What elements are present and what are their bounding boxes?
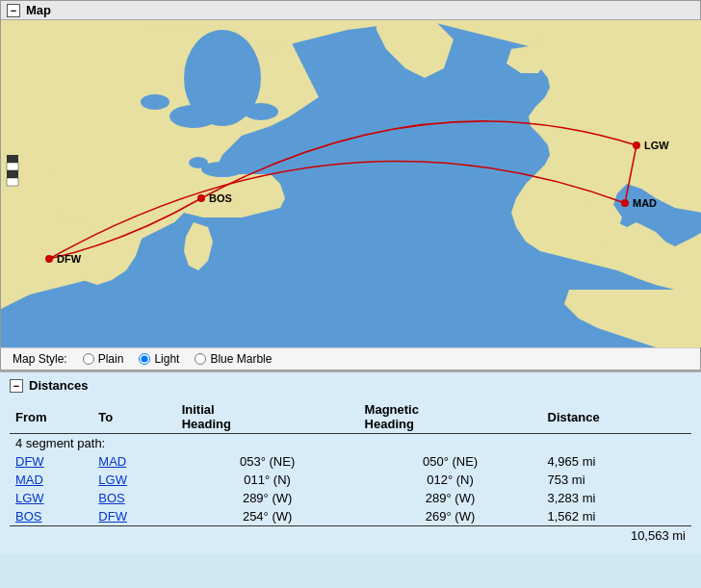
cell-mag-heading: 289° (W) bbox=[359, 489, 542, 507]
cell-to: DFW bbox=[92, 507, 175, 526]
map-style-bar: Map Style: Plain Light Blue Marble bbox=[1, 347, 700, 370]
from-link-2[interactable]: LGW bbox=[15, 491, 44, 505]
to-link-2[interactable]: BOS bbox=[98, 491, 124, 505]
segment-path-row: 4 segment path: bbox=[10, 434, 691, 453]
cell-init-heading: 053° (NE) bbox=[176, 452, 359, 471]
from-link-0[interactable]: DFW bbox=[15, 454, 44, 469]
distances-title: Distances bbox=[29, 378, 88, 393]
svg-point-21 bbox=[241, 158, 256, 167]
cell-distance: 1,562 mi bbox=[542, 507, 691, 526]
cell-from: LGW bbox=[10, 489, 92, 507]
distances-table: From To InitialHeading MagneticHeading D… bbox=[10, 400, 691, 545]
map-style-light-option[interactable]: Light bbox=[139, 352, 179, 366]
col-header-from: From bbox=[10, 400, 92, 434]
map-style-plain-label: Plain bbox=[98, 352, 124, 366]
to-link-1[interactable]: LGW bbox=[98, 473, 127, 487]
svg-rect-31 bbox=[7, 155, 18, 163]
svg-point-25 bbox=[197, 194, 205, 202]
svg-point-29 bbox=[621, 199, 629, 207]
cell-to: BOS bbox=[92, 489, 175, 507]
svg-text:DFW: DFW bbox=[57, 253, 82, 265]
distances-title-bar: − Distances bbox=[10, 378, 691, 393]
svg-point-22 bbox=[184, 30, 261, 126]
to-link-0[interactable]: MAD bbox=[98, 454, 126, 469]
cell-distance: 4,965 mi bbox=[542, 452, 691, 471]
map-style-light-radio[interactable] bbox=[139, 353, 150, 365]
map-svg: DFW BOS LGW MAD bbox=[1, 20, 701, 347]
svg-text:BOS: BOS bbox=[209, 192, 232, 204]
cell-mag-heading: 269° (W) bbox=[359, 507, 542, 526]
map-style-label: Map Style: bbox=[13, 352, 67, 366]
map-style-bluemarble-radio[interactable] bbox=[195, 353, 206, 365]
total-row: 10,563 mi bbox=[10, 526, 691, 546]
svg-point-15 bbox=[141, 94, 169, 110]
cell-from: MAD bbox=[10, 471, 92, 489]
table-row: DFW MAD 053° (NE) 050° (NE) 4,965 mi bbox=[10, 452, 691, 471]
svg-rect-33 bbox=[7, 170, 18, 178]
col-header-initial: InitialHeading bbox=[176, 400, 359, 434]
col-header-to: To bbox=[92, 400, 175, 434]
map-style-bluemarble-label: Blue Marble bbox=[210, 352, 272, 366]
cell-distance: 3,283 mi bbox=[542, 489, 691, 507]
cell-init-heading: 011° (N) bbox=[176, 471, 359, 489]
svg-point-18 bbox=[278, 129, 301, 142]
col-header-distance: Distance bbox=[542, 400, 691, 434]
cell-from: DFW bbox=[10, 452, 92, 471]
table-row: BOS DFW 254° (W) 269° (W) 1,562 mi bbox=[10, 507, 691, 526]
segment-path-label: 4 segment path: bbox=[10, 434, 691, 453]
table-row: MAD LGW 011° (N) 012° (N) 753 mi bbox=[10, 471, 691, 489]
map-style-light-label: Light bbox=[154, 352, 179, 366]
cell-to: LGW bbox=[92, 471, 175, 489]
svg-rect-34 bbox=[7, 178, 18, 186]
cell-distance: 753 mi bbox=[542, 471, 691, 489]
distances-collapse-button[interactable]: − bbox=[10, 379, 23, 393]
map-style-bluemarble-option[interactable]: Blue Marble bbox=[195, 352, 272, 366]
cell-to: MAD bbox=[92, 452, 175, 471]
svg-text:LGW: LGW bbox=[644, 140, 669, 151]
cell-init-heading: 254° (W) bbox=[176, 507, 359, 526]
svg-point-23 bbox=[45, 255, 53, 263]
to-link-3[interactable]: DFW bbox=[98, 509, 127, 524]
col-header-magnetic: MagneticHeading bbox=[359, 400, 542, 434]
total-distance: 10,563 mi bbox=[10, 526, 691, 546]
distances-section: − Distances From To InitialHeading Magne… bbox=[0, 371, 701, 554]
map-canvas: DFW BOS LGW MAD bbox=[1, 20, 701, 347]
table-row: LGW BOS 289° (W) 289° (W) 3,283 mi bbox=[10, 489, 691, 507]
map-style-plain-option[interactable]: Plain bbox=[83, 352, 124, 366]
map-section: − Map bbox=[0, 0, 701, 371]
map-title-bar: − Map bbox=[1, 1, 700, 20]
cell-init-heading: 289° (W) bbox=[176, 489, 359, 507]
from-link-3[interactable]: BOS bbox=[15, 509, 41, 524]
svg-text:MAD: MAD bbox=[633, 197, 657, 209]
cell-mag-heading: 012° (N) bbox=[359, 471, 542, 489]
svg-rect-32 bbox=[7, 163, 18, 170]
from-link-1[interactable]: MAD bbox=[15, 473, 43, 487]
map-title: Map bbox=[26, 3, 51, 17]
svg-point-20 bbox=[189, 157, 208, 168]
map-collapse-button[interactable]: − bbox=[7, 4, 20, 17]
cell-from: BOS bbox=[10, 507, 92, 526]
map-style-plain-radio[interactable] bbox=[83, 353, 94, 365]
cell-mag-heading: 050° (NE) bbox=[359, 452, 542, 471]
svg-point-27 bbox=[633, 141, 640, 149]
distances-tbody: 4 segment path: DFW MAD 053° (NE) 050° (… bbox=[10, 434, 691, 546]
